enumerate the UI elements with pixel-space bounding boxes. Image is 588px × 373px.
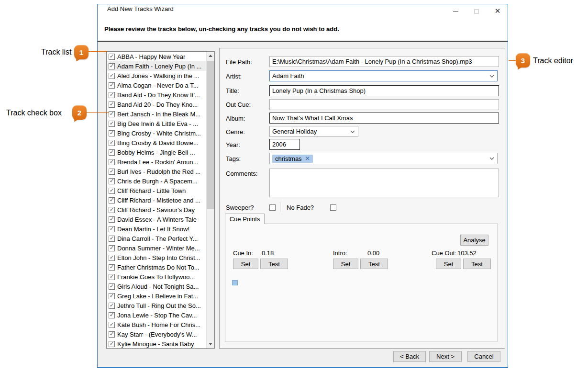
cue-in-test-button[interactable]: Test: [260, 259, 288, 269]
back-button[interactable]: < Back: [393, 351, 426, 362]
next-button[interactable]: Next >: [429, 351, 462, 362]
scrollbar-down-button[interactable]: [207, 340, 214, 348]
check-icon: ✓: [110, 207, 114, 212]
artist-combobox[interactable]: Adam Faith: [269, 70, 498, 81]
track-checkbox[interactable]: ✓: [109, 312, 115, 318]
track-list-item[interactable]: ✓ Jethro Tull - Ring Out the So...: [107, 301, 207, 310]
track-list-item[interactable]: ✓ Chris de Burgh - A Spacem...: [107, 176, 207, 186]
minimize-button[interactable]: [445, 4, 466, 18]
track-list-item[interactable]: ✓ Bing Crosby - White Christm...: [107, 128, 207, 138]
track-checkbox[interactable]: ✓: [109, 159, 115, 165]
track-list-item[interactable]: ✓ Kate Bush - Home For Chris...: [107, 320, 207, 329]
remove-tag-icon[interactable]: ✕: [305, 155, 310, 162]
track-list-item[interactable]: ✓ Band Aid 20 - Do They Kno...: [107, 100, 207, 109]
track-list-item[interactable]: ✓ Dean Martin - Let It Snow!: [107, 224, 207, 234]
track-list-item[interactable]: ✓ Kylie Minogue - Santa Baby: [107, 339, 207, 348]
track-checkbox[interactable]: ✓: [109, 140, 115, 146]
track-checkbox[interactable]: ✓: [109, 149, 115, 156]
no-fade-checkbox[interactable]: [330, 204, 336, 211]
check-icon: ✓: [110, 245, 114, 250]
check-icon: ✓: [110, 149, 114, 155]
track-list-item[interactable]: ✓ Bert Jansch - In the Bleak M...: [107, 109, 207, 119]
track-list-item[interactable]: ✓ Father Christmas Do Not To...: [107, 262, 207, 272]
track-label: Kylie Minogue - Santa Baby: [117, 340, 194, 348]
cue-in-marker[interactable]: [232, 280, 238, 285]
track-checkbox[interactable]: ✓: [109, 130, 115, 136]
track-list-item[interactable]: ✓ Elton John - Step Into Christ...: [107, 253, 207, 262]
track-list-item[interactable]: ✓ Brenda Lee - Rockin' Aroun...: [107, 157, 207, 167]
album-input[interactable]: [269, 113, 499, 124]
track-checkbox[interactable]: ✓: [109, 102, 115, 108]
track-checkbox[interactable]: ✓: [109, 54, 115, 60]
track-checkbox[interactable]: ✓: [109, 236, 115, 242]
track-list-item[interactable]: ✓ Cliff Richard - Mistletoe and ...: [107, 195, 207, 205]
track-list-scrollbar[interactable]: [206, 52, 214, 348]
track-list-item[interactable]: ✓ ABBA - Happy New Year: [107, 52, 207, 61]
track-checkbox[interactable]: ✓: [109, 255, 115, 261]
track-list-item[interactable]: ✓ Girls Aloud - Not Tonight Sa...: [107, 282, 207, 291]
track-checkbox[interactable]: ✓: [109, 264, 115, 271]
track-list-item[interactable]: ✓ Band Aid - Do They Know It'...: [107, 90, 207, 100]
cue-in-set-button[interactable]: Set: [233, 259, 258, 269]
track-checkbox[interactable]: ✓: [109, 226, 115, 232]
tags-combobox[interactable]: christmas ✕: [269, 153, 498, 164]
track-checkbox[interactable]: ✓: [109, 207, 115, 213]
track-list-item[interactable]: ✓ Big Dee Irwin & Little Eva - ...: [107, 119, 207, 128]
track-list-item[interactable]: ✓ Jona Lewie - Stop The Cav...: [107, 310, 207, 320]
cue-out-test-button[interactable]: Test: [463, 259, 491, 269]
track-checkbox[interactable]: ✓: [109, 121, 115, 127]
check-icon: ✓: [110, 255, 114, 260]
close-button[interactable]: ✕: [487, 4, 508, 18]
track-list-item[interactable]: ✓ Kay Starr - (Everybody's W...: [107, 329, 207, 339]
track-checkbox[interactable]: ✓: [109, 197, 115, 203]
track-checkbox[interactable]: ✓: [109, 216, 115, 223]
track-checkbox[interactable]: ✓: [109, 322, 115, 328]
track-checkbox[interactable]: ✓: [109, 169, 115, 175]
track-list-item[interactable]: ✓ Frankie Goes To Hollywoo...: [107, 272, 207, 282]
intro-set-button[interactable]: Set: [333, 259, 358, 269]
track-list-item[interactable]: ✓ Adam Faith - Lonely Pup (In ...: [107, 61, 207, 71]
track-checkbox[interactable]: ✓: [109, 341, 115, 347]
track-list-item[interactable]: ✓ Dina Carroll - The Perfect Y...: [107, 234, 207, 243]
year-input[interactable]: [269, 139, 300, 150]
track-checkbox[interactable]: ✓: [109, 82, 115, 89]
sweeper-checkbox[interactable]: [269, 204, 276, 211]
track-checkbox[interactable]: ✓: [109, 188, 115, 194]
cancel-button[interactable]: Cancel: [467, 351, 500, 362]
title-input[interactable]: [269, 85, 499, 96]
genre-combobox[interactable]: General Holiday: [269, 126, 358, 137]
track-list-item[interactable]: ✓ Donna Summer - Winter Me...: [107, 243, 207, 253]
track-checkbox[interactable]: ✓: [109, 303, 115, 309]
out-cue-input[interactable]: [269, 99, 499, 110]
track-list-item[interactable]: ✓ Greg Lake - I Believe in Fat...: [107, 291, 207, 301]
track-checkbox[interactable]: ✓: [109, 245, 115, 251]
track-list-item[interactable]: ✓ Cliff Richard - Little Town: [107, 186, 207, 195]
maximize-button[interactable]: [466, 4, 487, 18]
track-checkbox[interactable]: ✓: [109, 274, 115, 280]
scrollbar-up-button[interactable]: [207, 52, 214, 60]
analyse-button[interactable]: Analyse: [460, 235, 488, 246]
track-checkbox[interactable]: ✓: [109, 92, 115, 98]
scrollbar-thumb[interactable]: [207, 61, 214, 209]
track-checkbox[interactable]: ✓: [109, 63, 115, 69]
comments-textarea[interactable]: [269, 169, 499, 197]
track-list-item[interactable]: ✓ David Essex - A Winters Tale: [107, 215, 207, 224]
track-checkbox[interactable]: ✓: [109, 293, 115, 299]
track-checkbox[interactable]: ✓: [109, 111, 115, 117]
track-list-item[interactable]: ✓ Alma Cogan - Never Do a T...: [107, 80, 207, 90]
tab-cue-points[interactable]: Cue Points: [225, 214, 265, 224]
track-checkbox[interactable]: ✓: [109, 178, 115, 184]
track-checkbox[interactable]: ✓: [109, 283, 115, 290]
intro-test-button[interactable]: Test: [360, 259, 388, 269]
track-checkbox[interactable]: ✓: [109, 73, 115, 79]
track-list-item[interactable]: ✓ Bobby Helms - Jingle Bell ...: [107, 147, 207, 157]
track-list-item[interactable]: ✓ Aled Jones - Walking in the ...: [107, 71, 207, 80]
track-checkbox[interactable]: ✓: [109, 331, 115, 338]
track-list[interactable]: ✓ ABBA - Happy New Year ✓ Adam Faith - L…: [106, 51, 215, 349]
track-list-item[interactable]: ✓ Burl Ives - Rudolph the Red ...: [107, 167, 207, 176]
track-list-item[interactable]: ✓ Cliff Richard - Saviour's Day: [107, 205, 207, 215]
intro-value: 0.00: [367, 249, 379, 257]
track-list-item[interactable]: ✓ Bing Crosby & David Bowie...: [107, 138, 207, 147]
cue-out-set-button[interactable]: Set: [436, 259, 461, 269]
file-path-input[interactable]: [269, 56, 499, 67]
